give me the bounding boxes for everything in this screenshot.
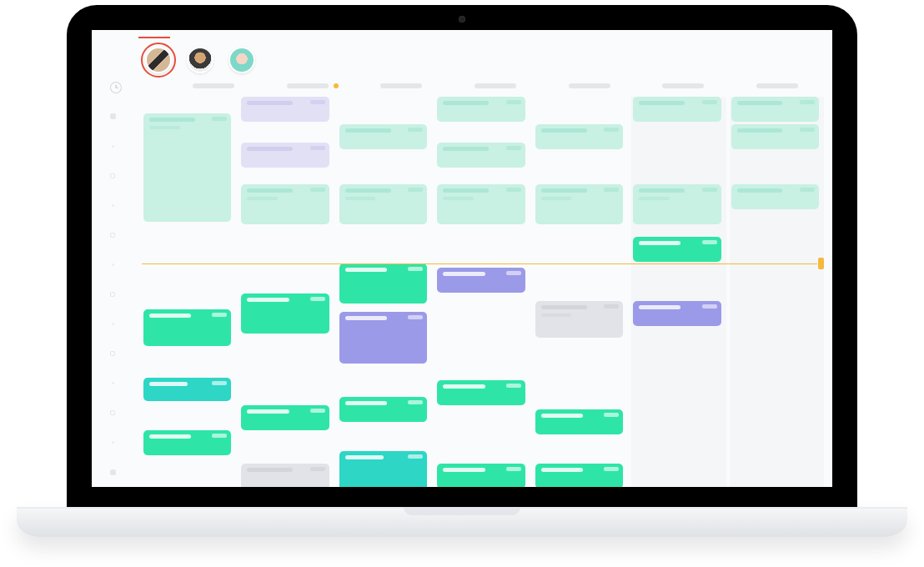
day-column[interactable] bbox=[631, 97, 726, 487]
now-indicator-line bbox=[142, 263, 817, 264]
time-tick bbox=[110, 428, 133, 458]
time-tick bbox=[110, 369, 133, 399]
day-column[interactable] bbox=[338, 97, 432, 487]
time-tick bbox=[110, 457, 133, 487]
day-header-today[interactable] bbox=[287, 83, 329, 88]
calendar-event[interactable] bbox=[143, 309, 231, 346]
day-column[interactable] bbox=[142, 97, 236, 487]
day-headers bbox=[167, 83, 824, 93]
clock-icon bbox=[110, 82, 122, 93]
calendar-event[interactable] bbox=[241, 97, 329, 122]
day-header[interactable] bbox=[193, 83, 234, 88]
time-tick bbox=[110, 190, 133, 220]
time-tick bbox=[110, 309, 133, 339]
calendar-event[interactable] bbox=[535, 464, 623, 487]
day-header[interactable] bbox=[662, 83, 704, 88]
avatar-user-3[interactable] bbox=[228, 47, 255, 73]
calendar-event[interactable] bbox=[339, 397, 427, 422]
calendar-event[interactable] bbox=[633, 184, 721, 224]
avatar-user-1[interactable] bbox=[145, 47, 172, 73]
calendar-event[interactable] bbox=[535, 409, 623, 434]
calendar-event[interactable] bbox=[241, 405, 329, 430]
calendar-event[interactable] bbox=[339, 263, 427, 304]
calendar-event[interactable] bbox=[535, 124, 623, 149]
calendar-event[interactable] bbox=[241, 143, 329, 168]
time-tick bbox=[110, 279, 133, 309]
calendar-event[interactable] bbox=[339, 124, 427, 149]
calendar-event[interactable] bbox=[633, 97, 721, 122]
laptop-base bbox=[17, 507, 907, 537]
laptop-frame bbox=[67, 5, 857, 512]
calendar-grid[interactable] bbox=[142, 97, 824, 487]
time-tick bbox=[110, 250, 133, 280]
calendar-event[interactable] bbox=[143, 378, 231, 401]
day-header[interactable] bbox=[756, 83, 798, 88]
time-axis bbox=[110, 82, 133, 487]
calendar-event[interactable] bbox=[437, 464, 525, 487]
day-column[interactable] bbox=[239, 97, 334, 487]
calendar-event[interactable] bbox=[339, 184, 427, 224]
avatar-row bbox=[145, 47, 255, 73]
calendar-event[interactable] bbox=[437, 97, 525, 122]
time-tick bbox=[110, 220, 133, 250]
calendar-event[interactable] bbox=[633, 301, 721, 326]
app-screen bbox=[92, 30, 832, 487]
calendar-event[interactable] bbox=[731, 184, 819, 209]
day-column[interactable] bbox=[435, 97, 530, 487]
calendar-event[interactable] bbox=[241, 184, 329, 224]
day-column[interactable] bbox=[534, 97, 628, 487]
calendar-event[interactable] bbox=[143, 113, 231, 222]
calendar-event[interactable] bbox=[731, 124, 819, 149]
calendar-event[interactable] bbox=[339, 312, 427, 364]
calendar-event[interactable] bbox=[241, 464, 329, 487]
calendar-event[interactable] bbox=[437, 143, 525, 168]
avatar-user-2[interactable] bbox=[187, 47, 213, 73]
time-tick bbox=[110, 131, 133, 161]
time-tick bbox=[110, 339, 133, 369]
time-tick bbox=[110, 161, 133, 191]
calendar-event[interactable] bbox=[731, 97, 819, 122]
calendar-event[interactable] bbox=[535, 301, 623, 338]
active-tab-underline bbox=[138, 37, 170, 38]
now-indicator-handle[interactable] bbox=[818, 258, 824, 269]
time-tick bbox=[110, 398, 133, 428]
day-column[interactable] bbox=[730, 97, 824, 487]
calendar-event[interactable] bbox=[633, 237, 721, 262]
calendar-event[interactable] bbox=[437, 184, 525, 224]
webcam-dot bbox=[459, 16, 465, 23]
day-header[interactable] bbox=[475, 83, 516, 88]
calendar-event[interactable] bbox=[437, 268, 525, 293]
calendar-event[interactable] bbox=[437, 380, 525, 405]
time-tick bbox=[110, 102, 133, 132]
calendar-event[interactable] bbox=[241, 294, 329, 334]
day-header[interactable] bbox=[569, 83, 610, 88]
calendar-event[interactable] bbox=[535, 184, 623, 224]
calendar-event[interactable] bbox=[339, 451, 427, 487]
calendar-event[interactable] bbox=[143, 430, 231, 455]
day-header[interactable] bbox=[380, 83, 422, 88]
